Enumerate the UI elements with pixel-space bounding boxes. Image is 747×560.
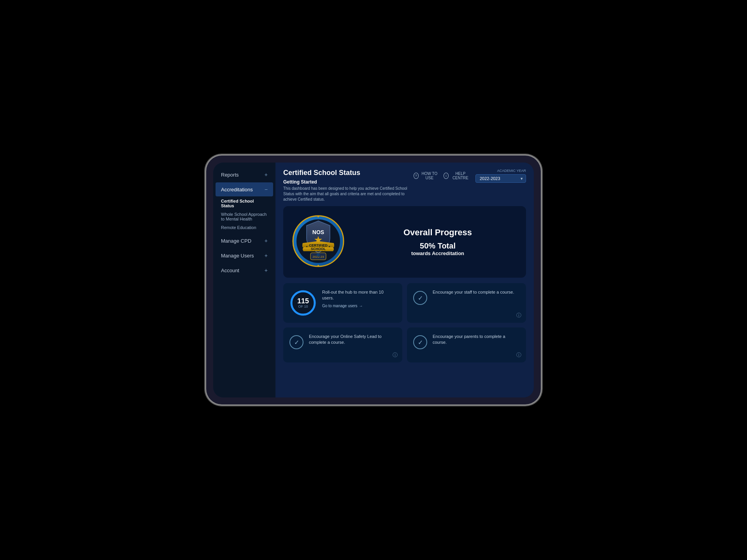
stat-card-parents-course: ✓ Encourage your parents to complete a c… bbox=[407, 327, 526, 362]
getting-started-title: Getting Started bbox=[283, 179, 414, 185]
stat-card-users: 115 OF 10 Roll-out the hub to more than … bbox=[283, 283, 402, 323]
header-right: ? HOW TO USE i HELP CENTRE ACADEMIC YEAR… bbox=[414, 169, 526, 183]
page-header: Certified School Status Getting Started … bbox=[283, 169, 526, 202]
online-safety-check-icon: ✓ bbox=[289, 335, 303, 349]
arrow-right-icon: → bbox=[359, 304, 363, 308]
stats-grid: 115 OF 10 Roll-out the hub to more than … bbox=[283, 283, 526, 362]
parents-course-info-icon[interactable]: ⓘ bbox=[516, 352, 521, 359]
counter-text: 115 OF 10 bbox=[297, 298, 309, 308]
svg-text:★: ★ bbox=[328, 245, 330, 248]
parents-course-card-text: Encourage your parents to complete a cou… bbox=[433, 334, 520, 348]
manage-users-link-text: Go to manage users bbox=[322, 304, 358, 308]
academic-year-label: ACADEMIC YEAR bbox=[497, 169, 526, 173]
accreditations-expand-icon: − bbox=[265, 186, 268, 192]
svg-point-10 bbox=[317, 253, 320, 256]
certified-school-badge: NOS CERTIFIED SCHOOL ★ ★ 2022-23 bbox=[291, 214, 345, 268]
sidebar-item-accreditations[interactable]: Accreditations − bbox=[216, 182, 273, 196]
main-content: Certified School Status Getting Started … bbox=[275, 163, 534, 397]
how-to-use-icon: ? bbox=[414, 173, 419, 179]
help-centre-icon: i bbox=[444, 173, 449, 179]
staff-course-description: Encourage your staff to complete a cours… bbox=[433, 289, 520, 295]
sidebar-item-reports[interactable]: Reports + bbox=[216, 168, 273, 182]
progress-percent: 50% Total bbox=[357, 242, 518, 250]
sidebar-item-account-label: Account bbox=[221, 268, 239, 273]
submenu-remote-education[interactable]: Remote Education bbox=[216, 223, 273, 232]
users-counter: 115 OF 10 bbox=[289, 289, 317, 317]
manage-users-link[interactable]: Go to manage users → bbox=[322, 304, 396, 308]
sidebar-item-accreditations-label: Accreditations bbox=[221, 187, 253, 192]
sidebar-item-manage-cpd-label: Manage CPD bbox=[221, 238, 251, 244]
header-left: Certified School Status Getting Started … bbox=[283, 169, 414, 202]
help-centre-button[interactable]: i HELP CENTRE bbox=[444, 172, 471, 180]
account-expand-icon: + bbox=[265, 267, 268, 273]
svg-point-11 bbox=[317, 216, 319, 217]
academic-year-select[interactable]: 2022-2023 2021-2022 2020-2021 bbox=[475, 174, 526, 183]
progress-card: NOS CERTIFIED SCHOOL ★ ★ 2022-23 bbox=[283, 206, 526, 278]
help-centre-label: HELP CENTRE bbox=[450, 172, 471, 180]
staff-course-card-text: Encourage your staff to complete a cours… bbox=[433, 289, 520, 298]
academic-year-section: ACADEMIC YEAR 2022-2023 2021-2022 2020-2… bbox=[475, 169, 526, 183]
sidebar-item-manage-users-label: Manage Users bbox=[221, 253, 254, 259]
stat-card-online-safety: ✓ Encourage your Online Safety Lead to c… bbox=[283, 327, 402, 362]
online-safety-description: Encourage your Online Safety Lead to com… bbox=[309, 334, 396, 346]
sidebar-item-account[interactable]: Account + bbox=[216, 263, 273, 277]
overall-progress-title: Overall Progress bbox=[357, 228, 518, 238]
progress-text: Overall Progress 50% Total towards Accre… bbox=[357, 228, 518, 256]
counter-number: 115 bbox=[297, 298, 309, 304]
sidebar: Reports + Accreditations − Certified Sch… bbox=[213, 163, 275, 397]
svg-text:SCHOOL: SCHOOL bbox=[311, 247, 326, 251]
manage-users-expand-icon: + bbox=[265, 252, 268, 259]
tablet-frame: Reports + Accreditations − Certified Sch… bbox=[206, 156, 541, 404]
svg-text:★: ★ bbox=[306, 245, 308, 248]
svg-point-12 bbox=[317, 265, 319, 266]
users-card-text: Roll-out the hub to more than 10 users. … bbox=[322, 289, 396, 308]
manage-cpd-expand-icon: + bbox=[265, 238, 268, 244]
sidebar-item-reports-label: Reports bbox=[221, 172, 239, 178]
reports-expand-icon: + bbox=[265, 172, 268, 178]
stat-card-staff-course: ✓ Encourage your staff to complete a cou… bbox=[407, 283, 526, 323]
getting-started-text: This dashboard has been designed to help… bbox=[283, 186, 414, 202]
parents-course-check-icon: ✓ bbox=[413, 335, 427, 349]
staff-course-check-icon: ✓ bbox=[413, 291, 427, 305]
academic-year-select-wrapper: 2022-2023 2021-2022 2020-2021 bbox=[475, 174, 526, 183]
how-to-use-label: HOW TO USE bbox=[420, 172, 439, 180]
sidebar-item-manage-users[interactable]: Manage Users + bbox=[216, 248, 273, 262]
badge-container: NOS CERTIFIED SCHOOL ★ ★ 2022-23 bbox=[291, 214, 345, 270]
svg-text:NOS: NOS bbox=[312, 229, 324, 235]
how-to-use-button[interactable]: ? HOW TO USE bbox=[414, 172, 439, 180]
submenu-whole-school[interactable]: Whole School Approach to Mental Health bbox=[216, 210, 273, 223]
progress-toward-label: towards Accreditation bbox=[357, 250, 518, 256]
users-card-description: Roll-out the hub to more than 10 users. bbox=[322, 289, 396, 301]
parents-course-description: Encourage your parents to complete a cou… bbox=[433, 334, 520, 346]
sidebar-item-manage-cpd[interactable]: Manage CPD + bbox=[216, 234, 273, 248]
counter-of: OF 10 bbox=[297, 304, 309, 308]
tablet-screen: Reports + Accreditations − Certified Sch… bbox=[213, 163, 534, 397]
accreditations-submenu: Certified School Status Whole School App… bbox=[216, 197, 273, 232]
staff-course-info-icon[interactable]: ⓘ bbox=[516, 312, 521, 319]
online-safety-info-icon[interactable]: ⓘ bbox=[393, 352, 398, 359]
online-safety-card-text: Encourage your Online Safety Lead to com… bbox=[309, 334, 396, 348]
page-title: Certified School Status bbox=[283, 169, 414, 177]
submenu-certified-school[interactable]: Certified School Status bbox=[216, 197, 273, 210]
